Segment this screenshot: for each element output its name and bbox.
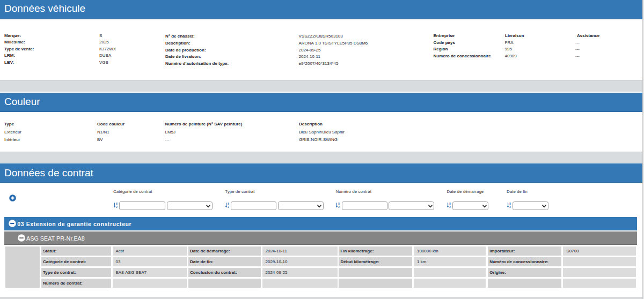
svg-text:2: 2 (116, 206, 118, 208)
svg-text:8: 8 (338, 203, 340, 205)
svg-text:8: 8 (509, 203, 511, 205)
svg-text:2: 2 (449, 206, 451, 208)
svg-text:2: 2 (509, 206, 511, 208)
svg-text:8: 8 (449, 203, 451, 205)
svg-text:2: 2 (338, 206, 340, 208)
svg-text:8: 8 (116, 203, 118, 205)
svg-text:2: 2 (228, 206, 229, 208)
svg-text:8: 8 (228, 203, 229, 205)
